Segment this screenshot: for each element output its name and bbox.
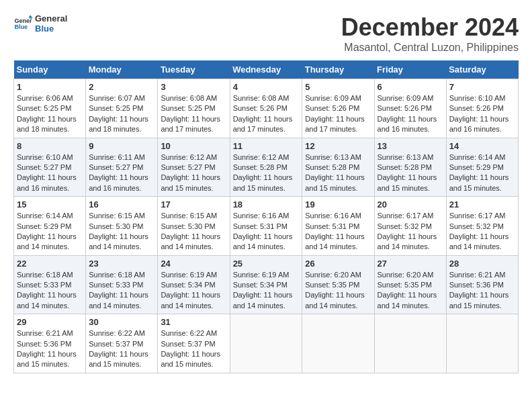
calendar-cell: 22Sunrise: 6:18 AMSunset: 5:33 PMDayligh… bbox=[14, 255, 86, 314]
calendar-cell: 23Sunrise: 6:18 AMSunset: 5:33 PMDayligh… bbox=[86, 255, 158, 314]
day-info: Sunrise: 6:07 AMSunset: 5:25 PMDaylight:… bbox=[89, 93, 154, 135]
week-row-3: 15Sunrise: 6:14 AMSunset: 5:29 PMDayligh… bbox=[14, 197, 519, 256]
svg-text:Blue: Blue bbox=[14, 24, 28, 30]
day-number: 9 bbox=[89, 141, 154, 151]
day-info: Sunrise: 6:16 AMSunset: 5:31 PMDaylight:… bbox=[233, 211, 300, 253]
header: General Blue General Blue December 2024 … bbox=[13, 13, 519, 54]
day-info: Sunrise: 6:15 AMSunset: 5:30 PMDaylight:… bbox=[89, 211, 154, 253]
week-row-1: 1Sunrise: 6:06 AMSunset: 5:25 PMDaylight… bbox=[14, 79, 519, 138]
day-number: 8 bbox=[17, 141, 83, 151]
day-info: Sunrise: 6:10 AMSunset: 5:27 PMDaylight:… bbox=[17, 152, 83, 194]
day-number: 18 bbox=[233, 199, 300, 210]
calendar-cell: 29Sunrise: 6:21 AMSunset: 5:36 PMDayligh… bbox=[14, 314, 86, 373]
calendar-cell bbox=[374, 314, 446, 373]
day-number: 31 bbox=[161, 317, 226, 327]
calendar-cell: 9Sunrise: 6:11 AMSunset: 5:27 PMDaylight… bbox=[86, 138, 158, 197]
day-info: Sunrise: 6:21 AMSunset: 5:36 PMDaylight:… bbox=[449, 270, 515, 312]
calendar-cell: 27Sunrise: 6:20 AMSunset: 5:35 PMDayligh… bbox=[374, 255, 446, 314]
day-info: Sunrise: 6:22 AMSunset: 5:37 PMDaylight:… bbox=[161, 328, 226, 370]
week-row-5: 29Sunrise: 6:21 AMSunset: 5:36 PMDayligh… bbox=[14, 314, 519, 373]
calendar-cell: 17Sunrise: 6:15 AMSunset: 5:30 PMDayligh… bbox=[158, 197, 230, 256]
day-info: Sunrise: 6:06 AMSunset: 5:25 PMDaylight:… bbox=[17, 93, 83, 135]
day-info: Sunrise: 6:08 AMSunset: 5:25 PMDaylight:… bbox=[161, 93, 226, 135]
day-number: 13 bbox=[378, 141, 443, 151]
day-number: 22 bbox=[17, 259, 83, 269]
day-info: Sunrise: 6:13 AMSunset: 5:28 PMDaylight:… bbox=[305, 152, 371, 194]
calendar-cell: 12Sunrise: 6:13 AMSunset: 5:28 PMDayligh… bbox=[302, 138, 374, 197]
logo-blue: Blue bbox=[35, 24, 67, 34]
day-info: Sunrise: 6:15 AMSunset: 5:30 PMDaylight:… bbox=[161, 211, 226, 253]
day-info: Sunrise: 6:16 AMSunset: 5:31 PMDaylight:… bbox=[305, 211, 371, 253]
calendar-cell: 30Sunrise: 6:22 AMSunset: 5:37 PMDayligh… bbox=[86, 314, 158, 373]
day-number: 24 bbox=[161, 259, 226, 269]
day-info: Sunrise: 6:14 AMSunset: 5:29 PMDaylight:… bbox=[449, 152, 515, 194]
day-number: 2 bbox=[89, 82, 154, 92]
day-number: 7 bbox=[449, 82, 515, 92]
logo: General Blue General Blue bbox=[13, 13, 67, 34]
header-tuesday: Tuesday bbox=[158, 60, 230, 79]
day-info: Sunrise: 6:10 AMSunset: 5:26 PMDaylight:… bbox=[449, 93, 515, 135]
day-number: 17 bbox=[161, 199, 226, 210]
calendar-cell: 8Sunrise: 6:10 AMSunset: 5:27 PMDaylight… bbox=[14, 138, 86, 197]
day-info: Sunrise: 6:08 AMSunset: 5:26 PMDaylight:… bbox=[233, 93, 300, 135]
logo-icon: General Blue bbox=[13, 14, 32, 33]
day-info: Sunrise: 6:12 AMSunset: 5:27 PMDaylight:… bbox=[161, 152, 226, 194]
day-number: 16 bbox=[89, 199, 154, 210]
title-section: December 2024 Masantol, Central Luzon, P… bbox=[341, 13, 519, 54]
header-saturday: Saturday bbox=[446, 60, 518, 79]
header-thursday: Thursday bbox=[302, 60, 374, 79]
week-row-2: 8Sunrise: 6:10 AMSunset: 5:27 PMDaylight… bbox=[14, 138, 519, 197]
logo-general: General bbox=[35, 13, 67, 24]
calendar-table: SundayMondayTuesdayWednesdayThursdayFrid… bbox=[13, 60, 519, 373]
day-number: 15 bbox=[17, 199, 83, 210]
day-info: Sunrise: 6:17 AMSunset: 5:32 PMDaylight:… bbox=[378, 211, 443, 253]
calendar-cell: 7Sunrise: 6:10 AMSunset: 5:26 PMDaylight… bbox=[446, 79, 518, 138]
calendar-cell: 2Sunrise: 6:07 AMSunset: 5:25 PMDaylight… bbox=[86, 79, 158, 138]
day-info: Sunrise: 6:21 AMSunset: 5:36 PMDaylight:… bbox=[17, 328, 83, 370]
day-info: Sunrise: 6:09 AMSunset: 5:26 PMDaylight:… bbox=[378, 93, 443, 135]
day-info: Sunrise: 6:17 AMSunset: 5:32 PMDaylight:… bbox=[449, 211, 515, 253]
day-number: 20 bbox=[378, 199, 443, 210]
day-info: Sunrise: 6:09 AMSunset: 5:26 PMDaylight:… bbox=[305, 93, 371, 135]
calendar-cell bbox=[446, 314, 518, 373]
day-number: 29 bbox=[17, 317, 83, 327]
calendar-cell: 5Sunrise: 6:09 AMSunset: 5:26 PMDaylight… bbox=[302, 79, 374, 138]
calendar-cell: 10Sunrise: 6:12 AMSunset: 5:27 PMDayligh… bbox=[158, 138, 230, 197]
calendar-cell: 28Sunrise: 6:21 AMSunset: 5:36 PMDayligh… bbox=[446, 255, 518, 314]
day-number: 5 bbox=[305, 82, 371, 92]
calendar-cell bbox=[230, 314, 302, 373]
day-info: Sunrise: 6:11 AMSunset: 5:27 PMDaylight:… bbox=[89, 152, 154, 194]
calendar-cell: 3Sunrise: 6:08 AMSunset: 5:25 PMDaylight… bbox=[158, 79, 230, 138]
day-info: Sunrise: 6:13 AMSunset: 5:28 PMDaylight:… bbox=[378, 152, 443, 194]
day-info: Sunrise: 6:20 AMSunset: 5:35 PMDaylight:… bbox=[378, 270, 443, 312]
calendar-cell: 1Sunrise: 6:06 AMSunset: 5:25 PMDaylight… bbox=[14, 79, 86, 138]
calendar-cell: 6Sunrise: 6:09 AMSunset: 5:26 PMDaylight… bbox=[374, 79, 446, 138]
calendar-cell: 16Sunrise: 6:15 AMSunset: 5:30 PMDayligh… bbox=[86, 197, 158, 256]
calendar-cell: 19Sunrise: 6:16 AMSunset: 5:31 PMDayligh… bbox=[302, 197, 374, 256]
day-info: Sunrise: 6:18 AMSunset: 5:33 PMDaylight:… bbox=[89, 270, 154, 312]
day-number: 11 bbox=[233, 141, 300, 151]
header-monday: Monday bbox=[86, 60, 158, 79]
day-number: 25 bbox=[233, 259, 300, 269]
header-friday: Friday bbox=[374, 60, 446, 79]
day-number: 1 bbox=[17, 82, 83, 92]
calendar-cell: 20Sunrise: 6:17 AMSunset: 5:32 PMDayligh… bbox=[374, 197, 446, 256]
subtitle: Masantol, Central Luzon, Philippines bbox=[341, 42, 519, 54]
day-info: Sunrise: 6:18 AMSunset: 5:33 PMDaylight:… bbox=[17, 270, 83, 312]
day-number: 4 bbox=[233, 82, 300, 92]
calendar-cell: 4Sunrise: 6:08 AMSunset: 5:26 PMDaylight… bbox=[230, 79, 302, 138]
main-title: December 2024 bbox=[341, 13, 519, 42]
day-number: 26 bbox=[305, 259, 371, 269]
calendar-cell: 31Sunrise: 6:22 AMSunset: 5:37 PMDayligh… bbox=[158, 314, 230, 373]
day-info: Sunrise: 6:14 AMSunset: 5:29 PMDaylight:… bbox=[17, 211, 83, 253]
day-number: 3 bbox=[161, 82, 226, 92]
calendar-cell: 26Sunrise: 6:20 AMSunset: 5:35 PMDayligh… bbox=[302, 255, 374, 314]
day-number: 12 bbox=[305, 141, 371, 151]
week-row-4: 22Sunrise: 6:18 AMSunset: 5:33 PMDayligh… bbox=[14, 255, 519, 314]
calendar-cell: 14Sunrise: 6:14 AMSunset: 5:29 PMDayligh… bbox=[446, 138, 518, 197]
header-row: SundayMondayTuesdayWednesdayThursdayFrid… bbox=[14, 60, 519, 79]
day-number: 28 bbox=[449, 259, 515, 269]
day-number: 19 bbox=[305, 199, 371, 210]
day-number: 27 bbox=[378, 259, 443, 269]
calendar-cell bbox=[302, 314, 374, 373]
